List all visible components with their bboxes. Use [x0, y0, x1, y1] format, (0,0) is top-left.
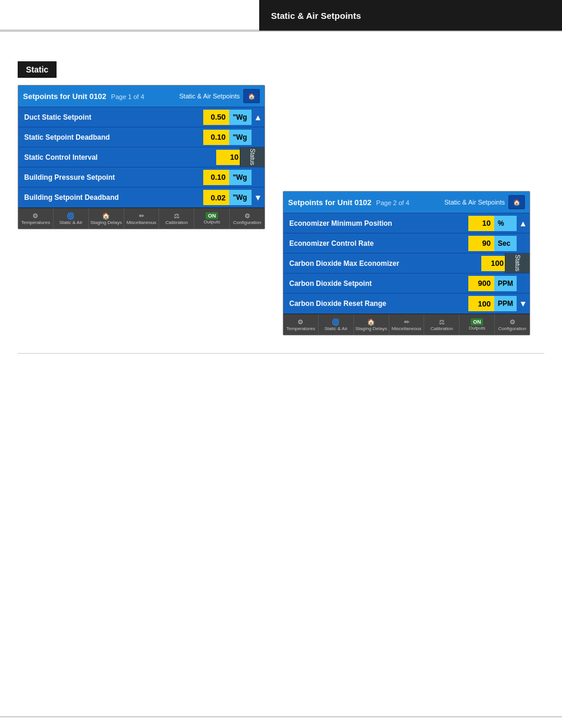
- panel-1-nav-bar: ⚙ Temperatures 🌀 Static & Air 🏠 Staging …: [18, 207, 265, 229]
- nav-item-static-air[interactable]: 🌀 Static & Air: [54, 208, 89, 229]
- header-right: Static & Air Setpoints: [259, 0, 562, 31]
- config2-icon: ⚙: [510, 318, 515, 326]
- nav-2-label-config: Configuration: [498, 326, 527, 331]
- nav-label-staging: Staging Delays: [90, 220, 122, 225]
- panel-1-section: Static & Air Setpoints: [179, 93, 240, 100]
- staging-icon: 🏠: [102, 212, 110, 220]
- row-label-co2-setpoint: Carbon Dioxide Setpoint: [283, 279, 468, 288]
- nav-2-item-static-air[interactable]: 🌀 Static & Air: [319, 314, 354, 335]
- nav-item-calibration[interactable]: ⚖ Calibration: [159, 208, 194, 229]
- row-label-duct-static: Duct Static Setpoint: [18, 113, 203, 121]
- nav-2-label-static-air: Static & Air: [325, 326, 348, 331]
- misc-icon: ✏: [139, 212, 144, 220]
- row-value-static-control[interactable]: 10: [216, 150, 242, 165]
- nav-2-item-temperatures[interactable]: ⚙ Temperatures: [283, 314, 319, 335]
- row-value-eco-rate[interactable]: 90: [468, 236, 494, 251]
- panel-1-header-right: Static & Air Setpoints 🏠: [179, 89, 260, 103]
- panel-1-rows: Duct Static Setpoint 0.50 "Wg ▲ Static S…: [18, 107, 265, 207]
- table-row: Carbon Dioxide Reset Range 100 PPM ▼: [283, 294, 530, 314]
- row-label-eco-rate: Economizer Control Rate: [283, 239, 468, 248]
- nav-label-misc: Miscellaneous: [127, 220, 157, 225]
- mid-divider: [18, 353, 544, 354]
- nav-item-outputs[interactable]: ON Outputs: [194, 208, 230, 229]
- row-label-eco-min: Economizer Minimum Position: [283, 219, 468, 228]
- temp-icon: ⚙: [32, 212, 38, 220]
- nav-item-temperatures[interactable]: ⚙ Temperatures: [18, 208, 54, 229]
- table-row: Carbon Dioxide Setpoint 900 PPM: [283, 274, 530, 294]
- outputs-on-badge: ON: [206, 212, 219, 219]
- nav-label-static-air: Static & Air: [59, 220, 82, 225]
- nav-2-item-misc[interactable]: ✏ Miscellaneous: [389, 314, 425, 335]
- calib-icon: ⚖: [174, 212, 180, 220]
- panel-2-nav-bar: ⚙ Temperatures 🌀 Static & Air 🏠 Staging …: [283, 314, 530, 335]
- config-icon: ⚙: [244, 212, 250, 220]
- nav-item-configuration[interactable]: ⚙ Configuration: [230, 208, 265, 229]
- header-left: [0, 0, 259, 31]
- row-up-arrow-eco-min[interactable]: ▲: [517, 219, 530, 228]
- row-value-co2-max[interactable]: 100: [481, 256, 507, 271]
- row-unit-static-deadband: "Wg: [229, 130, 252, 145]
- row-unit-duct-static: "Wg: [229, 110, 252, 125]
- nav-2-item-staging[interactable]: 🏠 Staging Delays: [354, 314, 389, 335]
- panel-1-page: Page 1 of 4: [111, 93, 144, 100]
- nav-2-label-calib: Calibration: [431, 326, 453, 331]
- nav-label-config: Configuration: [233, 220, 262, 225]
- static-section-label: Static: [18, 61, 57, 78]
- panel-2-page: Page 2 of 4: [376, 199, 409, 206]
- temp2-icon: ⚙: [297, 318, 303, 326]
- nav-label-outputs: Outputs: [204, 219, 220, 225]
- table-row: Static Setpoint Deadband 0.10 "Wg: [18, 127, 265, 147]
- nav-2-label-misc: Miscellaneous: [392, 326, 422, 331]
- nav-item-miscellaneous[interactable]: ✏ Miscellaneous: [124, 208, 160, 229]
- row-label-static-control: Static Control Interval: [18, 153, 216, 162]
- row-unit-eco-min: %: [494, 216, 517, 231]
- second-panel-wrapper: Setpoints for Unit 0102 Page 2 of 4 Stat…: [283, 191, 530, 335]
- panel-1-home-button[interactable]: 🏠: [243, 89, 260, 103]
- row-value-duct-static[interactable]: 0.50: [203, 110, 229, 125]
- panel-1-title: Setpoints for Unit 0102: [23, 92, 107, 101]
- panel-2: Setpoints for Unit 0102 Page 2 of 4 Stat…: [283, 191, 530, 335]
- row-value-eco-min[interactable]: 10: [468, 216, 494, 231]
- row-value-co2-setpoint[interactable]: 900: [468, 276, 494, 291]
- panel-2-section: Static & Air Setpoints: [444, 199, 505, 206]
- row-label-co2-max: Carbon Dioxide Max Economizer: [283, 259, 481, 268]
- panel-1: Setpoints for Unit 0102 Page 1 of 4 Stat…: [18, 85, 265, 229]
- row-value-static-deadband[interactable]: 0.10: [203, 130, 229, 145]
- row-down-arrow-co2[interactable]: ▼: [517, 299, 530, 308]
- nav-2-label-staging: Staging Delays: [355, 326, 387, 331]
- row-unit-co2-reset: PPM: [494, 296, 517, 311]
- row-down-arrow-building[interactable]: ▼: [252, 193, 265, 202]
- table-row: Economizer Control Rate 90 Sec: [283, 233, 530, 253]
- row-label-co2-reset: Carbon Dioxide Reset Range: [283, 299, 468, 308]
- panel-2-rows: Economizer Minimum Position 10 % ▲ Econo…: [283, 213, 530, 314]
- row-value-co2-reset[interactable]: 100: [468, 296, 494, 311]
- nav-2-item-configuration[interactable]: ⚙ Configuration: [495, 314, 530, 335]
- static-air-icon: 🌀: [67, 212, 75, 220]
- panel-1-header-left: Setpoints for Unit 0102 Page 1 of 4: [23, 92, 144, 101]
- status-button[interactable]: Status: [240, 147, 265, 167]
- static-air2-icon: 🌀: [332, 318, 340, 326]
- row-up-arrow-duct-static[interactable]: ▲: [252, 113, 265, 122]
- panel-2-header: Setpoints for Unit 0102 Page 2 of 4 Stat…: [283, 192, 530, 213]
- main-content: Static Setpoints for Unit 0102 Page 1 of…: [0, 32, 562, 376]
- panel-2-title: Setpoints for Unit 0102: [288, 198, 372, 207]
- misc2-icon: ✏: [404, 318, 409, 326]
- panel-2-home-button[interactable]: 🏠: [508, 195, 525, 209]
- table-row: Carbon Dioxide Max Economizer 100 % Stat…: [283, 253, 530, 274]
- header-right-title: Static & Air Setpoints: [271, 11, 361, 21]
- calib2-icon: ⚖: [439, 318, 445, 326]
- row-unit-co2-setpoint: PPM: [494, 276, 517, 291]
- screens-row: Setpoints for Unit 0102 Page 1 of 4 Stat…: [18, 85, 544, 335]
- bottom-divider: [0, 716, 562, 717]
- row-unit-building-pressure: "Wg: [229, 170, 252, 185]
- row-value-building-deadband[interactable]: 0.02: [203, 190, 229, 205]
- nav-item-staging-delays[interactable]: 🏠 Staging Delays: [89, 208, 124, 229]
- panel-2-header-right: Static & Air Setpoints 🏠: [444, 195, 525, 209]
- row-value-building-pressure[interactable]: 0.10: [203, 170, 229, 185]
- status-button-2[interactable]: Status: [505, 253, 530, 273]
- nav-2-item-outputs[interactable]: ON Outputs: [459, 314, 495, 335]
- nav-2-label-outputs: Outputs: [469, 325, 485, 331]
- table-row: Building Pressure Setpoint 0.10 "Wg: [18, 167, 265, 187]
- row-unit-eco-rate: Sec: [494, 236, 517, 251]
- nav-2-item-calibration[interactable]: ⚖ Calibration: [424, 314, 459, 335]
